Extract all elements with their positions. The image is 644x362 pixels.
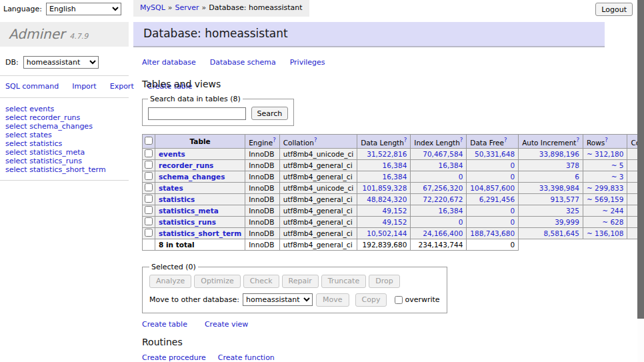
- table-name-link[interactable]: statistics: [159, 195, 195, 203]
- help-link[interactable]: ?: [460, 137, 463, 143]
- breadcrumb-current: Database: homeassistant: [209, 3, 302, 12]
- sidebar-action-link[interactable]: Export: [110, 82, 134, 91]
- select-table-link[interactable]: select schema_changes: [5, 122, 129, 131]
- cell-auto_increment: 325: [519, 205, 583, 216]
- selected-action-button: Analyze: [149, 275, 191, 288]
- copy-button: Copy: [355, 293, 387, 307]
- table-row: statistics_runsInnoDButf8mb4_general_ci4…: [143, 216, 644, 227]
- select-table-link[interactable]: select states: [5, 131, 129, 139]
- help-link[interactable]: ?: [576, 137, 579, 143]
- help-link[interactable]: ?: [504, 137, 507, 143]
- help-link[interactable]: ?: [404, 137, 407, 143]
- table-name-link[interactable]: statistics_runs: [159, 218, 216, 226]
- column-header-data_length: Data Length?: [357, 135, 411, 149]
- cell-rows: ~ 628: [583, 216, 627, 227]
- database-action-links: Alter databaseDatabase schemaPrivileges: [142, 58, 605, 67]
- tables-table: TableEngine?Collation?Data Length?Index …: [142, 134, 644, 251]
- cell-data_length: 49,152: [357, 205, 411, 216]
- table-name-link[interactable]: statistics_meta: [159, 207, 219, 215]
- selected-action-button: Repair: [282, 275, 319, 288]
- cell-index_length: 72,220,672: [411, 193, 467, 205]
- search-input[interactable]: [148, 107, 246, 120]
- cell-collation: utf8mb4_unicode_ci: [279, 182, 357, 193]
- column-header-index_length: Index Length?: [411, 135, 467, 149]
- cell-table-name: states: [155, 182, 245, 193]
- select-table-link[interactable]: select statistics_meta: [5, 148, 129, 157]
- routine-create-link[interactable]: Create procedure: [142, 353, 206, 362]
- cell-collation: utf8mb4_general_ci: [279, 239, 357, 250]
- selected-action-button: Drop: [369, 275, 399, 288]
- cell-collation: utf8mb4_general_ci: [279, 171, 357, 182]
- table-name-link[interactable]: states: [159, 184, 183, 192]
- row-checkbox[interactable]: [145, 229, 153, 237]
- select-table-link[interactable]: select statistics_runs: [5, 157, 129, 165]
- column-header-label: Data Free: [470, 139, 504, 147]
- overwrite-checkbox[interactable]: [395, 296, 403, 304]
- cell-engine: InnoDB: [245, 159, 280, 171]
- cell-engine: InnoDB: [245, 182, 280, 193]
- select-table-link[interactable]: select recorder_runs: [5, 113, 129, 122]
- database-action-link[interactable]: Privileges: [290, 58, 325, 67]
- header-checkbox-cell: [143, 135, 155, 149]
- create-link[interactable]: Create view: [205, 320, 248, 329]
- cell-rows: ~ 5: [583, 159, 627, 171]
- move-db-select[interactable]: homeassistant: [243, 293, 313, 306]
- cell-checkbox: [143, 182, 155, 193]
- select-all-checkbox[interactable]: [145, 137, 153, 145]
- database-action-link[interactable]: Alter database: [142, 58, 196, 67]
- table-name-link[interactable]: events: [159, 150, 185, 158]
- row-checkbox[interactable]: [145, 149, 153, 157]
- cell-checkbox: [143, 159, 155, 171]
- sidebar-action-link[interactable]: Import: [72, 82, 97, 91]
- breadcrumb-link-mysql[interactable]: MySQL: [140, 3, 165, 12]
- routines-heading: Routines: [142, 337, 605, 347]
- breadcrumb: MySQL»Server»Database: homeassistant: [133, 0, 309, 17]
- selected-action-button: Truncate: [321, 275, 366, 288]
- cell-data_free: 50,331,648: [467, 148, 519, 159]
- column-header-label: Auto Increment: [522, 139, 576, 147]
- select-table-link[interactable]: select events: [5, 105, 129, 113]
- scrollbar-thumb[interactable]: [637, 0, 644, 319]
- table-name-link[interactable]: statistics_short_term: [159, 229, 241, 237]
- cell-rows: ~ 299,833: [583, 182, 627, 193]
- page-title: Database: homeassistant: [133, 22, 605, 47]
- column-header-label: Rows: [587, 139, 605, 147]
- table-name-link[interactable]: recorder_runs: [159, 161, 213, 169]
- table-name-link[interactable]: schema_changes: [159, 173, 225, 181]
- cell-collation: utf8mb4_general_ci: [279, 227, 357, 239]
- vertical-scrollbar[interactable]: [637, 0, 644, 362]
- help-link[interactable]: ?: [273, 137, 276, 143]
- routine-create-link[interactable]: Create function: [218, 353, 275, 362]
- column-header-label: Collation: [283, 139, 314, 147]
- db-selector-row: DB: homeassistant: [5, 56, 129, 69]
- breadcrumb-separator: »: [202, 3, 207, 12]
- cell-checkbox: [143, 205, 155, 216]
- column-header-collation: Collation?: [279, 135, 357, 149]
- help-link[interactable]: ?: [314, 137, 317, 143]
- row-checkbox[interactable]: [145, 206, 153, 214]
- create-link[interactable]: Create table: [142, 320, 187, 329]
- row-checkbox[interactable]: [145, 217, 153, 225]
- select-table-link[interactable]: select statistics: [5, 139, 129, 148]
- sidebar-action-link[interactable]: SQL command: [5, 82, 59, 91]
- cell-index_length: 0: [411, 171, 467, 182]
- help-link[interactable]: ?: [605, 137, 608, 143]
- search-button[interactable]: Search: [251, 107, 289, 120]
- search-fieldset: Search data in tables (8) Search: [142, 95, 294, 126]
- database-action-link[interactable]: Database schema: [210, 58, 276, 67]
- cell-data_length: 31,522,816: [357, 148, 411, 159]
- language-select[interactable]: English: [46, 3, 121, 15]
- row-checkbox[interactable]: [145, 195, 153, 203]
- table-row: statisticsInnoDButf8mb4_general_ci48,824…: [143, 193, 644, 205]
- select-table-link[interactable]: select statistics_short_term: [5, 165, 129, 174]
- table-row: schema_changesInnoDButf8mb4_general_ci16…: [143, 171, 644, 182]
- row-checkbox[interactable]: [145, 172, 153, 180]
- cell-data_free: 104,857,600: [467, 182, 519, 193]
- row-checkbox[interactable]: [145, 161, 153, 169]
- column-header-rows: Rows?: [583, 135, 627, 149]
- db-select[interactable]: homeassistant: [23, 56, 99, 69]
- row-checkbox[interactable]: [145, 183, 153, 191]
- breadcrumb-link-server[interactable]: Server: [175, 3, 199, 12]
- cell-collation: utf8mb4_general_ci: [279, 159, 357, 171]
- cell-checkbox: [143, 216, 155, 227]
